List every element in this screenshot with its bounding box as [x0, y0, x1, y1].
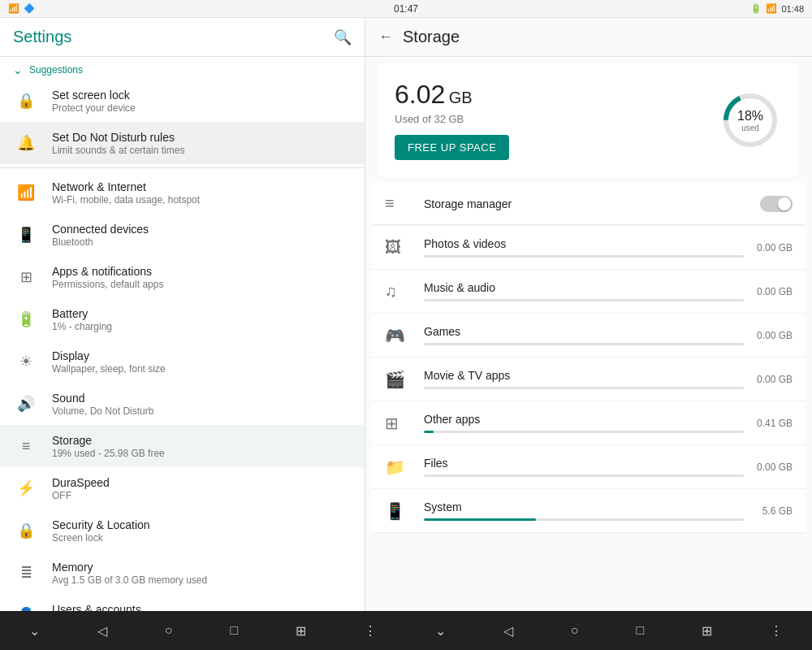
sidebar-item-duraspeed[interactable]: ⚡ DuraSpeed OFF [0, 467, 365, 509]
duraspeed-subtitle: OFF [52, 490, 352, 501]
suggestions-header: ⌄ Suggestions [0, 57, 365, 80]
other-apps-bar [424, 431, 744, 433]
games-content: Games [424, 325, 744, 345]
nav-square-left[interactable]: □ [231, 623, 239, 638]
storage-nav-text: Storage 19% used - 25.98 GB free [52, 434, 352, 459]
duraspeed-title: DuraSpeed [52, 476, 352, 489]
nav-home-left[interactable]: ○ [165, 623, 173, 638]
sidebar-item-sound[interactable]: 🔊 Sound Volume, Do Not Disturb [0, 383, 365, 425]
connected-devices-subtitle: Bluetooth [52, 236, 352, 248]
donut-percent: 18% [737, 108, 763, 123]
category-photos-videos[interactable]: 🖼 Photos & videos 0.00 GB [372, 226, 806, 270]
sidebar-item-users[interactable]: 👤 Users & accounts Current user: Owner [0, 594, 365, 611]
nav-dots-right[interactable]: ⋮ [770, 623, 783, 639]
photos-icon: 🖼 [385, 238, 411, 257]
display-subtitle: Wallpaper, sleep, font size [52, 363, 352, 375]
photos-size: 0.00 GB [744, 242, 793, 254]
memory-subtitle: Avg 1.5 GB of 3.0 GB memory used [52, 574, 352, 586]
display-text: Display Wallpaper, sleep, font size [52, 349, 352, 375]
sound-icon: 🔊 [13, 395, 39, 413]
movie-bar [424, 387, 744, 389]
music-name: Music & audio [424, 281, 744, 294]
storage-manager-left: ≡ Storage manager [385, 194, 512, 213]
movie-size: 0.00 GB [744, 374, 793, 385]
battery-icon-nav: 🔋 [13, 310, 39, 328]
category-games[interactable]: 🎮 Games 0.00 GB [372, 314, 806, 358]
games-icon: 🎮 [385, 326, 411, 345]
users-text: Users & accounts Current user: Owner [52, 603, 352, 612]
network-title: Network & Internet [52, 180, 352, 193]
status-bar-time-right: 01:48 [781, 4, 804, 14]
nav-grid-right[interactable]: ⊞ [702, 623, 712, 639]
sidebar-item-network[interactable]: 📶 Network & Internet Wi-Fi, mobile, data… [0, 171, 365, 214]
sidebar-item-display[interactable]: ☀ Display Wallpaper, sleep, font size [0, 340, 365, 383]
other-apps-icon: ⊞ [385, 414, 411, 433]
battery-subtitle: 1% - charging [52, 321, 352, 332]
category-other-apps[interactable]: ⊞ Other apps 0.41 GB [372, 401, 806, 445]
status-bar-left: 📶 🔷 [8, 3, 35, 14]
lock-icon: 🔒 [13, 92, 39, 110]
nav-grid-left[interactable]: ⊞ [296, 623, 306, 639]
nav-chevron-down-left[interactable]: ⌄ [29, 623, 40, 639]
wifi-icon: 📶 [13, 184, 39, 202]
donut-label: used [737, 123, 763, 132]
status-bar-right: 🔋 📶 01:48 [750, 3, 804, 14]
security-subtitle: Screen lock [52, 532, 352, 544]
storage-manager-toggle[interactable] [760, 196, 793, 212]
search-icon[interactable]: 🔍 [334, 28, 352, 46]
sidebar-item-do-not-disturb[interactable]: 🔔 Set Do Not Disturb rules Limit sounds … [0, 122, 365, 164]
back-button[interactable]: ← [378, 28, 393, 46]
nav-home-right[interactable]: ○ [571, 623, 579, 638]
category-system[interactable]: 📱 System 5.6 GB [372, 489, 806, 533]
storage-icon: ≡ [13, 438, 39, 455]
system-size: 5.6 GB [744, 505, 793, 517]
connected-devices-title: Connected devices [52, 223, 352, 236]
wifi-icon-left: 📶 [8, 3, 19, 14]
chevron-icon: ⌄ [13, 63, 23, 76]
system-icon: 📱 [385, 501, 411, 521]
storage-used-gb: 6.02 [395, 80, 445, 109]
storage-unit: GB [449, 89, 473, 106]
nav-dots-left[interactable]: ⋮ [364, 623, 377, 639]
category-music-audio[interactable]: ♫ Music & audio 0.00 GB [372, 270, 806, 314]
nav-square-right[interactable]: □ [637, 623, 645, 638]
divider-1 [0, 167, 365, 168]
other-apps-size: 0.41 GB [744, 418, 793, 429]
movie-icon: 🎬 [385, 370, 411, 389]
storage-summary: 6.02 GB Used of 32 GB FREE UP SPACE 18% … [378, 63, 799, 176]
apps-text: Apps & notifications Permissions, defaul… [52, 265, 352, 290]
devices-icon: 📱 [13, 226, 39, 244]
duraspeed-text: DuraSpeed OFF [52, 476, 352, 501]
games-name: Games [424, 325, 744, 338]
display-icon: ☀ [13, 353, 39, 370]
settings-list: ⌄ Suggestions 🔒 Set screen lock Protect … [0, 57, 365, 611]
category-movie-tv[interactable]: 🎬 Movie & TV apps 0.00 GB [372, 358, 806, 401]
nav-chevron-down-right[interactable]: ⌄ [435, 623, 446, 639]
sidebar-item-security[interactable]: 🔒 Security & Location Screen lock [0, 509, 365, 552]
settings-header-icons: 🔍 [334, 28, 352, 46]
nav-back-left[interactable]: ◁ [97, 623, 107, 639]
sidebar-item-memory[interactable]: ≣ Memory Avg 1.5 GB of 3.0 GB memory use… [0, 552, 365, 594]
storage-summary-left: 6.02 GB Used of 32 GB FREE UP SPACE [395, 80, 509, 160]
settings-title: Settings [13, 28, 71, 46]
security-title: Security & Location [52, 518, 352, 531]
free-up-button[interactable]: FREE UP SPACE [395, 135, 509, 160]
photos-bar [424, 255, 744, 258]
nav-back-right[interactable]: ◁ [503, 623, 513, 639]
sidebar-item-apps-notifications[interactable]: ⊞ Apps & notifications Permissions, defa… [0, 256, 365, 298]
storage-nav-title: Storage [52, 434, 352, 447]
sidebar-item-battery[interactable]: 🔋 Battery 1% - charging [0, 298, 365, 340]
apps-icon: ⊞ [13, 268, 39, 286]
network-text: Network & Internet Wi-Fi, mobile, data u… [52, 180, 352, 206]
sidebar-item-screen-lock[interactable]: 🔒 Set screen lock Protect your device [0, 80, 365, 122]
category-files[interactable]: 📁 Files 0.00 GB [372, 445, 806, 489]
sidebar-item-storage[interactable]: ≡ Storage 19% used - 25.98 GB free [0, 425, 365, 467]
dnd-title: Set Do Not Disturb rules [52, 131, 352, 144]
games-bar [424, 343, 744, 345]
system-content: System [424, 500, 744, 521]
storage-manager-icon: ≡ [385, 194, 411, 213]
sidebar-item-connected-devices[interactable]: 📱 Connected devices Bluetooth [0, 214, 365, 256]
memory-text: Memory Avg 1.5 GB of 3.0 GB memory used [52, 561, 352, 586]
storage-manager-row[interactable]: ≡ Storage manager [372, 183, 806, 225]
memory-title: Memory [52, 561, 352, 574]
